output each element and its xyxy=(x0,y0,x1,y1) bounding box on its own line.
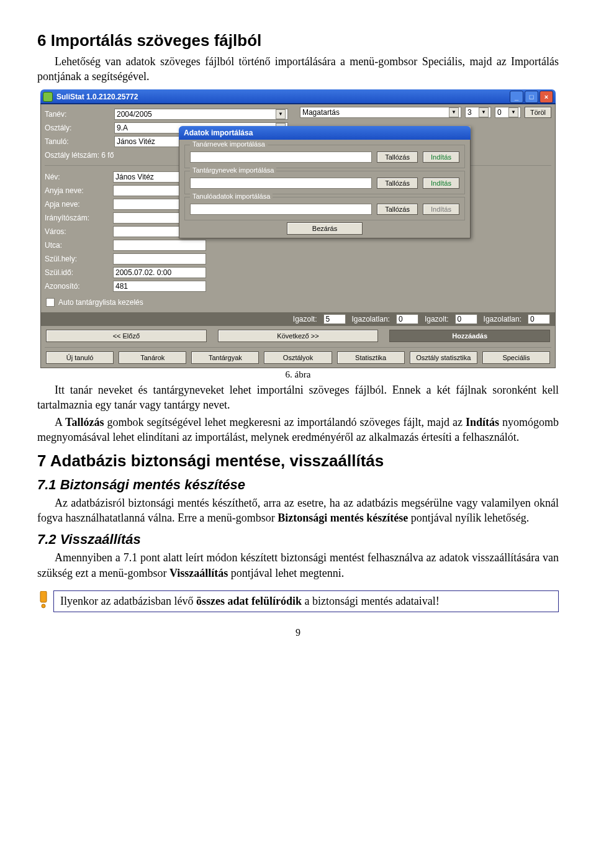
menu-osztaly-stat[interactable]: Osztály statisztika xyxy=(410,351,477,364)
dialog-close-button[interactable]: Bezárás xyxy=(287,222,363,235)
input-tantargy-file[interactable] xyxy=(190,178,372,189)
import-dialog: Adatok importálása Tanárnevek importálás… xyxy=(179,126,471,238)
page-number: 9 xyxy=(37,627,559,638)
group-tanarnevek: Tanárnevek importálása Tallózás Indítás xyxy=(184,145,465,168)
chevron-down-icon: ▼ xyxy=(276,109,286,119)
window-titlebar: SuliStat 1.0.2120.25772 _ □ × xyxy=(40,89,556,104)
window-title: SuliStat 1.0.2120.25772 xyxy=(56,93,508,101)
input-tanuloadat-file[interactable] xyxy=(190,204,372,215)
label-nev: Név: xyxy=(45,171,113,183)
browse-button-3[interactable]: Tallózás xyxy=(377,204,418,215)
browse-button-1[interactable]: Tallózás xyxy=(377,151,418,163)
menu-tantargyak[interactable]: Tantárgyak xyxy=(191,351,259,364)
group-label-tanarnevek: Tanárnevek importálása xyxy=(190,140,268,148)
menu-bar: Új tanuló Tanárok Tantárgyak Osztályok S… xyxy=(41,349,555,365)
close-button[interactable]: × xyxy=(540,91,553,103)
warning-bold: összes adat felülíródik xyxy=(196,595,302,607)
input-utca[interactable] xyxy=(113,240,206,251)
menu-uj-tanulo[interactable]: Új tanuló xyxy=(46,351,114,364)
warning-note: Ilyenkor az adatbázisban lévő összes ada… xyxy=(53,590,559,612)
combo-magatartas[interactable]: Magatartás ▼ xyxy=(300,107,461,118)
checkbox-auto[interactable] xyxy=(46,298,55,307)
nav-bar: << Előző Következő >> Hozzáadás xyxy=(41,326,555,346)
svg-rect-0 xyxy=(40,591,47,602)
label-auto: Auto tantárgylista kezelés xyxy=(58,296,143,309)
combo-magatartas-value: Magatartás xyxy=(302,108,340,117)
label-igazolt2: Igazolt: xyxy=(425,315,449,323)
warning-icon xyxy=(37,591,50,607)
input-igazolt2[interactable] xyxy=(455,314,477,324)
heading-7-1: 7.1 Biztonsági mentés készítése xyxy=(37,477,559,493)
heading-6: 6 Importálás szöveges fájlból xyxy=(37,31,559,50)
prev-button[interactable]: << Előző xyxy=(46,330,207,342)
figure-caption: 6. ábra xyxy=(37,369,559,380)
group-label-tanuloadatok: Tanulóadatok importálása xyxy=(190,192,273,200)
label-igazolatlan2: Igazolatlan: xyxy=(484,315,522,323)
paragraph-6-2: Itt tanár neveket és tantárgyneveket leh… xyxy=(37,382,559,413)
group-tantargynevek: Tantárgynevek importálása Tallózás Indít… xyxy=(184,171,465,194)
combo-tanulo-value: János Vitéz xyxy=(117,137,155,146)
chevron-down-icon: ▼ xyxy=(508,107,518,117)
label-igazolt1: Igazolt: xyxy=(293,315,317,323)
paragraph-6-3: A Tallózás gombok segítségével lehet meg… xyxy=(37,415,559,445)
input-szulido[interactable] xyxy=(113,267,206,278)
label-utca: Utca: xyxy=(45,239,113,251)
label-tanev: Tanév: xyxy=(45,108,114,120)
next-button[interactable]: Következő >> xyxy=(218,330,379,342)
heading-7-2: 7.2 Visszaállítás xyxy=(37,531,559,548)
chevron-down-icon: ▼ xyxy=(449,107,459,117)
combo-grade1[interactable]: 3 ▼ xyxy=(465,107,491,118)
paragraph-7-1: Az adatbázisról biztonsági mentés készít… xyxy=(37,495,559,526)
label-szulhely: Szül.hely: xyxy=(45,253,113,265)
input-igazolatlan1[interactable] xyxy=(396,314,418,324)
combo-osztaly-value: 9.A xyxy=(117,124,128,132)
label-apja: Apja neve: xyxy=(45,198,113,210)
warning-text: Ilyenkor az adatbázisban lévő összes ada… xyxy=(60,595,440,607)
app-body: Tanév: 2004/2005 ▼ Osztály: 9.A ▼ Tanuló… xyxy=(40,104,556,368)
label-osztaly: Osztály: xyxy=(45,122,114,134)
dialog-titlebar: Adatok importálása xyxy=(179,126,471,140)
paragraph-6-intro: Lehetőség van adatok szöveges fájlból tö… xyxy=(37,54,559,84)
label-irsz: Irányítószám: xyxy=(45,212,113,224)
input-igazolt1[interactable] xyxy=(323,314,346,324)
label-azon: Azonosító: xyxy=(45,280,113,292)
label-varos: Város: xyxy=(45,225,113,238)
menu-osztalyok[interactable]: Osztályok xyxy=(264,351,332,364)
group-tanuloadatok: Tanulóadatok importálása Tallózás Indítá… xyxy=(184,197,465,220)
add-button[interactable]: Hozzáadás xyxy=(389,330,550,342)
input-tanar-file[interactable] xyxy=(190,151,372,163)
start-button-2[interactable]: Indítás xyxy=(423,178,459,189)
menu-specialis[interactable]: Speciális xyxy=(482,351,550,364)
label-igazolatlan1: Igazolatlan: xyxy=(352,315,390,323)
combo-grade2[interactable]: 0 ▼ xyxy=(495,107,521,118)
chevron-down-icon: ▼ xyxy=(479,107,489,117)
group-label-tantargynevek: Tantárgynevek importálása xyxy=(190,166,276,174)
label-szulido: Szül.idő: xyxy=(45,266,113,279)
label-anyja: Anyja neve: xyxy=(45,184,113,197)
start-button-1[interactable]: Indítás xyxy=(423,151,459,163)
maximize-button[interactable]: □ xyxy=(525,91,538,103)
menu-statisztika[interactable]: Statisztika xyxy=(337,351,405,364)
app-icon xyxy=(43,92,53,102)
label-tanulo: Tanuló: xyxy=(45,135,114,148)
combo-tanev[interactable]: 2004/2005 ▼ xyxy=(114,109,288,120)
minimize-button[interactable]: _ xyxy=(510,91,523,103)
paragraph-7-2: Amennyiben a 7.1 pont alatt leírt módon … xyxy=(37,550,559,581)
input-igazolatlan2[interactable] xyxy=(528,314,550,324)
combo-tanev-value: 2004/2005 xyxy=(117,110,152,119)
combo-grade2-value: 0 xyxy=(497,108,502,117)
heading-7: 7 Adatbázis biztonsági mentése, visszaál… xyxy=(37,451,559,471)
menu-tanarok[interactable]: Tanárok xyxy=(119,351,186,364)
torol-button[interactable]: Töröl xyxy=(525,107,551,118)
combo-grade1-value: 3 xyxy=(467,108,472,117)
browse-button-2[interactable]: Tallózás xyxy=(377,178,418,189)
input-azon[interactable] xyxy=(113,281,206,292)
input-szulhely[interactable] xyxy=(113,253,206,264)
app-screenshot: SuliStat 1.0.2120.25772 _ □ × Tanév: 200… xyxy=(40,89,556,368)
absence-strip: Igazolt: Igazolatlan: Igazolt: Igazolatl… xyxy=(41,312,555,326)
svg-point-1 xyxy=(42,604,45,608)
start-button-3[interactable]: Indítás xyxy=(423,204,459,215)
